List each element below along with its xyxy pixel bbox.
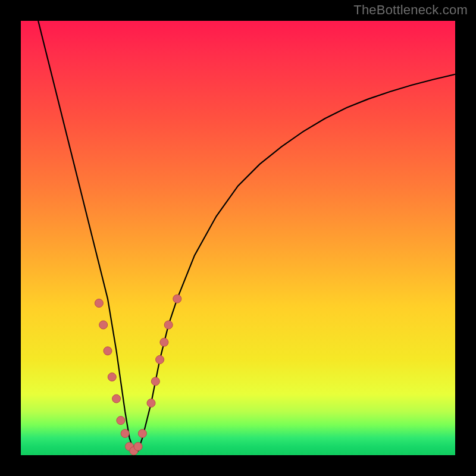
marker-group <box>95 295 181 455</box>
plot-area <box>21 21 455 455</box>
curve-marker <box>104 347 112 355</box>
curve-marker <box>173 295 181 303</box>
curve-layer <box>21 21 455 455</box>
curve-marker <box>134 442 142 450</box>
curve-marker <box>151 377 159 386</box>
curve-marker <box>156 355 164 364</box>
curve-marker <box>112 394 121 403</box>
curve-marker <box>164 321 173 329</box>
curve-marker <box>99 321 108 329</box>
curve-marker <box>138 430 146 438</box>
watermark-text: TheBottleneck.com <box>353 2 468 18</box>
curve-marker <box>160 338 168 346</box>
curve-marker <box>147 399 155 407</box>
bottleneck-curve <box>38 21 455 451</box>
curve-marker <box>117 416 125 425</box>
curve-marker <box>108 373 116 381</box>
chart-frame: TheBottleneck.com <box>0 0 476 476</box>
curve-marker <box>121 430 129 438</box>
curve-marker <box>95 299 103 308</box>
